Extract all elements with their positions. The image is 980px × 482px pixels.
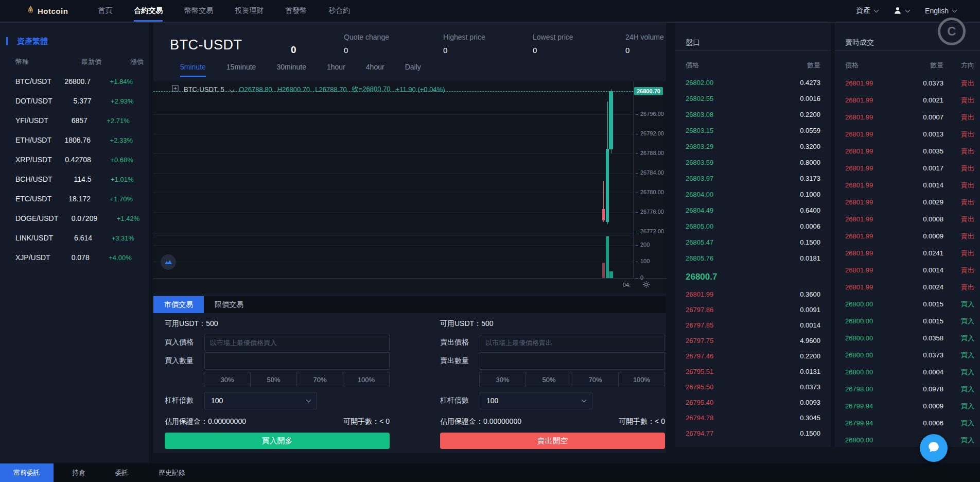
coin-row[interactable]: BCH/USDT 114.5 +1.01%: [0, 169, 128, 189]
bid-row[interactable]: 26794.78 0.3045: [686, 410, 820, 425]
buy-open-long-button[interactable]: 買入開多: [165, 433, 390, 449]
ask-qty: 0.3173: [800, 175, 820, 182]
ask-row[interactable]: 26803.97 0.3173: [686, 170, 820, 186]
ask-row[interactable]: 26803.08 0.2200: [686, 107, 820, 123]
ask-row[interactable]: 26803.15 0.0559: [686, 123, 820, 139]
ask-row[interactable]: 26802.55 0.0016: [686, 91, 820, 107]
settings-gear-icon[interactable]: [642, 281, 650, 290]
nav-item[interactable]: 首發幣: [285, 0, 307, 22]
bid-row[interactable]: 26794.77 0.1500: [686, 425, 820, 441]
coin-row[interactable]: ETH/USDT 1806.76 +2.33%: [0, 130, 128, 150]
orders-tab[interactable]: 當前委託: [0, 463, 54, 482]
ask-row[interactable]: 26803.29 0.3200: [686, 139, 820, 154]
ask-qty: 0.0006: [800, 222, 820, 230]
percent-button[interactable]: 30%: [204, 372, 251, 387]
timeframe-tab[interactable]: 4hour: [366, 63, 384, 77]
sell-leverage-select[interactable]: 100: [480, 392, 592, 409]
percent-button[interactable]: 50%: [250, 372, 297, 387]
coin-price: 1806.76: [51, 136, 91, 144]
timeframe-tab[interactable]: 15minute: [226, 63, 256, 77]
timeframe-tab[interactable]: 5minute: [180, 63, 206, 77]
user-menu[interactable]: [894, 6, 909, 16]
percent-button[interactable]: 30%: [479, 372, 526, 387]
bid-row[interactable]: 26801.99 0.3600: [686, 286, 820, 302]
coin-row[interactable]: XJP/USDT 0.078 +4.00%: [0, 248, 128, 267]
timeframe-tab[interactable]: 30minute: [276, 63, 306, 77]
ask-qty: 0.1500: [800, 238, 820, 246]
stat-label: 24H volume: [625, 33, 664, 41]
buy-price-input[interactable]: [204, 334, 390, 351]
nav-item[interactable]: 幣幣交易: [184, 0, 213, 22]
bid-row[interactable]: 26797.75 4.9600: [686, 333, 820, 348]
bid-row[interactable]: 26795.50 0.0373: [686, 379, 820, 394]
percent-button[interactable]: 70%: [572, 372, 619, 387]
coin-row[interactable]: DOT/USDT 5.377 +2.93%: [0, 91, 128, 111]
volume-bar: [609, 271, 613, 278]
legend-symbol[interactable]: BTC-USDT, 5: [184, 85, 234, 93]
coin-row[interactable]: BTC/USDT 26800.7 +1.84%: [0, 72, 128, 91]
bid-row[interactable]: 26795.40 0.0093: [686, 394, 820, 410]
candlestick-chart: BTC-USDT, 5 O26788.80 H26800.70 L26788.7…: [153, 81, 666, 294]
ask-row[interactable]: 26804.49 0.6400: [686, 202, 820, 218]
chart-provider-logo[interactable]: [161, 254, 176, 270]
compare-icon[interactable]: [172, 85, 179, 93]
nav-item[interactable]: 秒合約: [328, 0, 350, 22]
bid-row[interactable]: 26795.51 0.0131: [686, 364, 820, 379]
ask-row[interactable]: 26804.00 0.1000: [686, 186, 820, 202]
trade-qty: 0.0006: [897, 419, 943, 427]
ask-row[interactable]: 26805.00 0.0006: [686, 218, 820, 234]
bid-price: 26797.75: [686, 337, 713, 345]
orders-tab[interactable]: 委託: [104, 463, 140, 482]
coin-row[interactable]: LINK/USDT 6.614 +3.31%: [0, 228, 128, 248]
trade-row: 26801.99 0.0241 賣出: [845, 245, 974, 262]
buy-qty-input[interactable]: [204, 352, 390, 370]
trade-qty: 0.0358: [897, 334, 943, 342]
bid-row[interactable]: 26797.85 0.0014: [686, 317, 820, 333]
bid-price: 26795.40: [686, 399, 713, 406]
trade-type-tab[interactable]: 市價交易: [153, 296, 204, 313]
sell-qty-input[interactable]: [480, 352, 665, 370]
trade-type-tab[interactable]: 限價交易: [204, 296, 254, 313]
trade-qty: 0.0015: [897, 300, 943, 308]
brand-logo[interactable]: Hotcoin: [27, 5, 68, 16]
title-accent-bar: [6, 37, 8, 45]
percent-button[interactable]: 100%: [618, 372, 665, 387]
coin-price: 6857: [48, 116, 87, 125]
ask-row[interactable]: 26802.00 0.4273: [686, 75, 820, 91]
coin-change: +0.68%: [91, 156, 133, 164]
chevron-down-icon: [952, 8, 957, 13]
sell-price-input[interactable]: [480, 334, 665, 351]
coin-row[interactable]: XRP/USDT 0.42708 +0.68%: [0, 150, 128, 169]
percent-button[interactable]: 50%: [526, 372, 572, 387]
assets-menu[interactable]: 資產: [856, 6, 878, 15]
coin-row[interactable]: ETC/USDT 18.172 +1.70%: [0, 189, 128, 209]
trade-type-tabs: 市價交易 限價交易: [153, 296, 666, 313]
trade-row: 26801.99 0.0017 賣出: [845, 160, 974, 177]
percent-button[interactable]: 70%: [296, 372, 343, 387]
support-chat-button[interactable]: [920, 434, 948, 462]
ask-row[interactable]: 26805.47 0.1500: [686, 234, 820, 250]
buy-leverage-select[interactable]: 100: [204, 392, 317, 409]
language-menu[interactable]: English: [925, 7, 956, 15]
trade-row: 26800.00 0.0015 買入: [845, 296, 974, 313]
orders-tab[interactable]: 持倉: [61, 463, 97, 482]
trade-price: 26798.00: [845, 385, 897, 393]
nav-item[interactable]: 合約交易: [134, 0, 163, 22]
percent-button[interactable]: 100%: [343, 372, 390, 387]
coin-row[interactable]: YFI/USDT 6857 +2.71%: [0, 111, 128, 130]
timeframe-tab[interactable]: Daily: [405, 63, 421, 77]
sell-open-short-button[interactable]: 賣出開空: [440, 433, 665, 449]
trade-direction: 賣出: [943, 249, 974, 258]
ask-row[interactable]: 26805.76 0.0181: [686, 250, 820, 266]
timeframe-tab[interactable]: 1hour: [327, 63, 345, 77]
bid-row[interactable]: 26797.86 0.0091: [686, 302, 820, 317]
orders-tab[interactable]: 歷史記錄: [147, 463, 197, 482]
coin-row[interactable]: DOGE/USDT 0.07209 +1.42%: [0, 209, 128, 228]
trade-direction: 賣出: [943, 283, 974, 292]
buy-lots: 可開手數：< 0: [343, 417, 390, 426]
leverage-value: 100: [211, 397, 223, 405]
bid-row[interactable]: 26797.46 0.2200: [686, 348, 820, 364]
ask-row[interactable]: 26803.59 0.8000: [686, 154, 820, 170]
nav-item[interactable]: 投资理财: [235, 0, 264, 22]
nav-item[interactable]: 首頁: [98, 0, 112, 22]
